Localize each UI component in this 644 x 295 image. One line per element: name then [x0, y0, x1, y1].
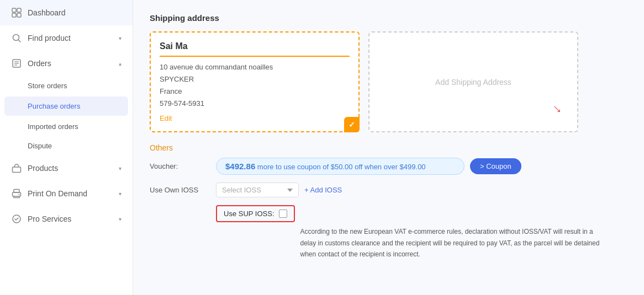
- purchase-orders-label: Purchase orders: [28, 102, 80, 110]
- sidebar-sub-dispute[interactable]: Dispute: [0, 136, 133, 155]
- shipping-address-title: Shipping address: [150, 13, 627, 23]
- svg-rect-11: [14, 190, 19, 193]
- svg-rect-3: [17, 13, 21, 17]
- voucher-amount: $492.86: [225, 162, 255, 171]
- others-section: Others Voucher: $492.86 more to use coup…: [150, 143, 627, 260]
- ioss-row: Use Own IOSS Select IOSS + Add IOSS: [150, 183, 627, 197]
- sidebar-item-products[interactable]: Products ▾: [0, 155, 133, 181]
- store-orders-label: Store orders: [28, 82, 67, 90]
- svg-rect-1: [17, 8, 21, 12]
- sidebar-item-products-label: Products: [28, 164, 119, 173]
- chevron-down-icon-products: ▾: [119, 165, 122, 171]
- chevron-up-icon: ▴: [119, 61, 122, 67]
- sidebar-sub-purchase-orders[interactable]: Purchase orders: [4, 96, 128, 116]
- main-content: Shipping address Sai Ma 10 avenue du com…: [133, 0, 644, 295]
- sidebar-sub-imported-orders[interactable]: Imported orders: [0, 117, 133, 136]
- dispute-label: Dispute: [28, 142, 52, 150]
- sidebar: Dashboard Find product ▾ Orders ▴ Store …: [0, 0, 133, 295]
- sidebar-item-orders-label: Orders: [28, 59, 119, 68]
- warning-text: According to the new European VAT e-comm…: [300, 226, 604, 260]
- sidebar-item-print-on-demand[interactable]: Print On Demand ▾: [0, 181, 133, 206]
- chevron-down-icon-pro: ▾: [119, 216, 122, 222]
- sidebar-item-find-product-label: Find product: [28, 34, 119, 42]
- svg-point-4: [13, 35, 19, 41]
- add-ioss-link[interactable]: + Add IOSS: [304, 186, 342, 194]
- sidebar-item-orders[interactable]: Orders ▴: [0, 51, 133, 76]
- address-line1: 10 avenue du commandant noailles: [160, 61, 350, 73]
- selected-address-card: Sai Ma 10 avenue du commandant noailles …: [150, 31, 360, 132]
- address-line3: France: [160, 85, 350, 98]
- svg-point-13: [19, 194, 20, 195]
- use-own-ioss-label: Use Own IOSS: [150, 186, 210, 194]
- svg-rect-10: [13, 167, 21, 173]
- address-edit-link[interactable]: Edit: [160, 114, 172, 122]
- add-address-label: Add Shipping Address: [435, 78, 511, 87]
- address-line4: 579-574-5931: [160, 98, 350, 110]
- sidebar-item-find-product[interactable]: Find product ▾: [0, 25, 133, 51]
- sup-ioss-box: Use SUP IOSS:: [216, 205, 295, 222]
- sup-ioss-row: Use SUP IOSS: ↑ According to the new Eur…: [150, 205, 627, 260]
- address-line2: SPYCKER: [160, 73, 350, 85]
- address-selected-badge: [344, 117, 360, 132]
- sidebar-item-dashboard-label: Dashboard: [28, 8, 122, 17]
- chevron-down-icon: ▾: [119, 35, 122, 41]
- chevron-down-icon-print: ▾: [119, 191, 122, 197]
- voucher-text: more to use coupon of $50.00 off when ov…: [255, 163, 425, 171]
- sidebar-item-pro-services-label: Pro Services: [28, 214, 119, 223]
- svg-rect-0: [12, 8, 16, 12]
- sup-ioss-checkbox[interactable]: [279, 210, 287, 218]
- imported-orders-label: Imported orders: [28, 122, 78, 131]
- ioss-select[interactable]: Select IOSS: [216, 183, 299, 197]
- sidebar-sub-store-orders[interactable]: Store orders: [0, 76, 133, 95]
- search-icon: [11, 33, 22, 44]
- others-title: Others: [150, 143, 627, 152]
- orders-icon: [11, 58, 22, 69]
- voucher-info: $492.86 more to use coupon of $50.00 off…: [216, 158, 464, 175]
- proservices-icon: [11, 213, 22, 224]
- svg-rect-2: [12, 13, 16, 17]
- voucher-row: Voucher: $492.86 more to use coupon of $…: [150, 158, 627, 175]
- sup-ioss-label: Use SUP IOSS:: [224, 210, 275, 218]
- address-name: Sai Ma: [160, 41, 350, 57]
- sidebar-item-print-on-demand-label: Print On Demand: [28, 189, 119, 198]
- products-icon: [11, 163, 22, 174]
- svg-line-5: [19, 40, 21, 42]
- voucher-label: Voucher:: [150, 162, 210, 170]
- sidebar-item-pro-services[interactable]: Pro Services ▾: [0, 206, 133, 232]
- sidebar-item-dashboard[interactable]: Dashboard: [0, 0, 133, 25]
- print-icon: [11, 188, 22, 199]
- grid-icon: [11, 7, 22, 18]
